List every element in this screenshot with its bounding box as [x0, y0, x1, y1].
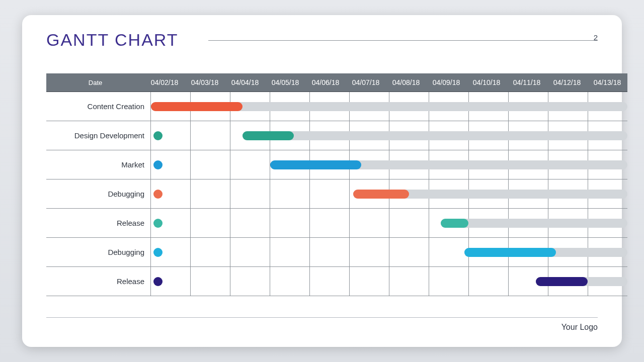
task-label: Debugging: [46, 238, 150, 266]
gantt-row: Release: [46, 267, 627, 296]
gantt-date-5: 04/07/18: [346, 78, 386, 86]
task-bar: [353, 190, 409, 199]
footer-rule: [46, 317, 598, 318]
gantt-row: Debugging: [46, 179, 627, 209]
gantt-row: Debugging: [46, 238, 627, 267]
task-track: [150, 150, 627, 179]
page-number: 2: [594, 33, 598, 42]
task-track: [150, 179, 627, 208]
task-track: [150, 92, 627, 121]
gantt-row: Release: [46, 209, 627, 238]
gantt-header: Date 04/02/1804/03/1804/04/1804/05/1804/…: [46, 73, 627, 92]
task-remainder: [441, 219, 627, 228]
task-dot: [153, 131, 163, 140]
gantt-date-8: 04/10/18: [466, 78, 507, 86]
gantt-date-4: 04/06/18: [305, 78, 346, 86]
gantt-row: Market: [46, 150, 627, 179]
task-dot: [153, 160, 163, 169]
gantt-row: Design Development: [46, 121, 627, 150]
task-bar: [464, 248, 556, 257]
title-rule: [208, 40, 598, 41]
gantt-date-row: 04/02/1804/03/1804/04/1804/05/1804/06/18…: [144, 78, 627, 86]
task-label: Design Development: [46, 121, 150, 150]
gantt-date-7: 04/09/18: [426, 78, 466, 86]
gantt-date-2: 04/04/18: [225, 78, 265, 86]
task-bar: [441, 219, 468, 228]
task-remainder: [243, 131, 628, 140]
task-dot: [153, 219, 163, 228]
gantt-date-9: 04/11/18: [507, 78, 547, 86]
task-label: Content Creation: [46, 92, 150, 121]
task-label: Market: [46, 150, 150, 179]
gantt-date-11: 04/13/18: [587, 78, 627, 86]
task-bar: [536, 277, 588, 286]
task-label: Debugging: [46, 179, 150, 208]
task-track: [150, 121, 627, 150]
task-bar: [270, 160, 362, 169]
task-dot: [153, 248, 163, 257]
page-title: GANTT CHART: [46, 30, 179, 50]
gantt-date-6: 04/08/18: [386, 78, 426, 86]
gantt-chart: Date 04/02/1804/03/1804/04/1804/05/1804/…: [46, 73, 627, 296]
task-track: [150, 209, 627, 237]
slide: GANTT CHART 2 Date 04/02/1804/03/1804/04…: [22, 15, 622, 347]
gantt-row: Content Creation: [46, 92, 627, 121]
task-dot: [153, 277, 163, 286]
gantt-header-label: Date: [46, 79, 144, 86]
task-track: [150, 238, 627, 266]
gantt-date-1: 04/03/18: [185, 78, 225, 86]
task-bar: [243, 131, 294, 140]
task-dot: [153, 190, 163, 199]
gantt-date-3: 04/05/18: [265, 78, 305, 86]
task-label: Release: [46, 267, 150, 296]
gantt-date-0: 04/02/18: [144, 78, 185, 86]
footer-logo: Your Logo: [561, 323, 598, 332]
gantt-body: Content CreationDesign DevelopmentMarket…: [46, 92, 627, 296]
task-bar: [151, 102, 243, 111]
gantt-date-10: 04/12/18: [547, 78, 587, 86]
task-label: Release: [46, 209, 150, 237]
task-track: [150, 267, 627, 296]
